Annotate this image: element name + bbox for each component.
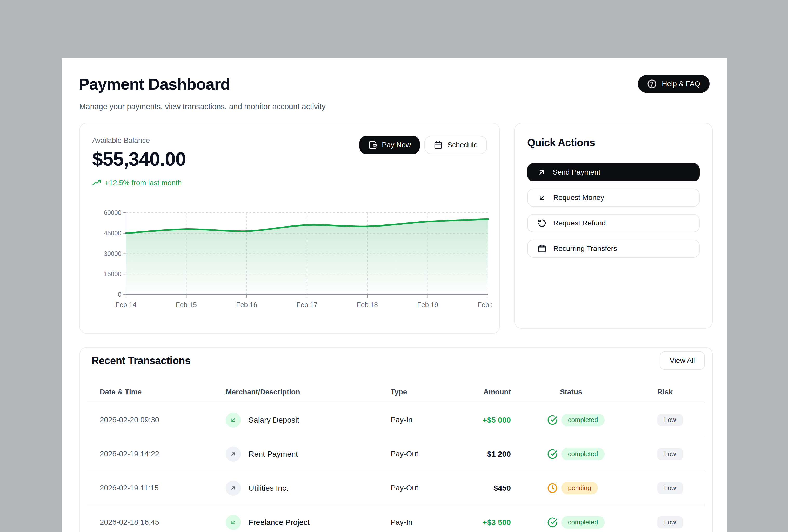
table-row[interactable]: 2026-02-19 11:15Utilities Inc.Pay-Out$45… [87, 471, 705, 505]
balance-card: Available Balance $55,340.00 +12.5% from… [79, 123, 500, 334]
pay-now-button[interactable]: Pay Now [359, 136, 420, 154]
status-badge: completed [561, 448, 605, 460]
col-header-date: Date & Time [87, 388, 226, 396]
transactions-table: Date & Time Merchant/Description Type Am… [87, 381, 705, 532]
quick-actions-list: Send PaymentRequest MoneyRequest RefundR… [527, 163, 700, 258]
balance-trend-label: +12.5% from last month [105, 179, 181, 187]
transaction-datetime: 2026-02-20 09:30 [87, 416, 226, 424]
schedule-label: Schedule [447, 141, 478, 149]
arrow-up-right-icon [226, 447, 241, 461]
view-all-button[interactable]: View All [660, 352, 705, 370]
arrow-down-left-icon [538, 193, 547, 202]
col-header-risk: Risk [657, 388, 705, 396]
balance-label: Available Balance [92, 136, 150, 145]
risk-badge: Low [657, 516, 683, 528]
rotate-ccw-icon [538, 219, 547, 228]
svg-text:Feb 14: Feb 14 [116, 301, 137, 309]
dashboard-page: Payment Dashboard Manage your payments, … [62, 58, 727, 532]
transaction-risk: Low [657, 414, 705, 426]
svg-text:Feb 19: Feb 19 [417, 301, 438, 309]
transaction-amount: +$5 000 [444, 416, 511, 425]
transactions-card: Recent Transactions View All Date & Time… [79, 347, 713, 532]
transaction-amount: +$3 500 [444, 518, 511, 527]
merchant-name: Utilities Inc. [249, 484, 288, 493]
risk-badge: Low [657, 414, 683, 426]
arrow-up-right-icon [537, 168, 546, 177]
col-header-type: Type [391, 388, 444, 396]
arrow-up-right-icon [226, 480, 241, 496]
check-circle-icon [547, 517, 558, 528]
svg-text:Feb 15: Feb 15 [176, 301, 197, 309]
pay-now-label: Pay Now [382, 141, 411, 149]
status-badge: completed [561, 414, 605, 426]
svg-text:15000: 15000 [104, 271, 121, 277]
balance-amount: $55,340.00 [92, 148, 186, 170]
quick-action-send-payment[interactable]: Send Payment [527, 163, 700, 181]
schedule-button[interactable]: Schedule [425, 136, 487, 154]
help-circle-icon [647, 79, 656, 88]
svg-text:0: 0 [118, 291, 121, 298]
transaction-risk: Low [657, 448, 705, 460]
transaction-type: Pay-Out [391, 484, 444, 492]
transaction-type: Pay-In [391, 518, 444, 527]
transaction-merchant: Freelance Project [226, 515, 391, 530]
transaction-type: Pay-Out [391, 450, 444, 458]
col-header-status: Status [511, 388, 657, 396]
transaction-merchant: Salary Deposit [226, 413, 391, 428]
svg-text:Feb 18: Feb 18 [357, 301, 378, 309]
quick-action-label: Request Refund [553, 219, 606, 227]
transaction-status: completed [511, 516, 657, 529]
balance-area-chart: 015000300004500060000Feb 14Feb 15Feb 16F… [92, 209, 492, 313]
quick-action-label: Send Payment [553, 168, 600, 176]
arrow-down-left-icon [226, 515, 241, 530]
page-title: Payment Dashboard [79, 75, 230, 93]
transactions-column-headers: Date & Time Merchant/Description Type Am… [87, 381, 705, 403]
transaction-datetime: 2026-02-18 16:45 [87, 518, 226, 527]
col-header-amount: Amount [444, 388, 511, 396]
svg-text:Feb 20: Feb 20 [478, 301, 492, 309]
quick-action-label: Recurring Transfers [553, 244, 617, 253]
svg-text:Feb 16: Feb 16 [236, 301, 257, 309]
balance-trend: +12.5% from last month [92, 178, 181, 187]
quick-action-request-refund[interactable]: Request Refund [527, 214, 700, 232]
merchant-name: Rent Payment [249, 450, 298, 458]
quick-action-label: Request Money [553, 194, 604, 202]
quick-actions-title: Quick Actions [527, 137, 595, 149]
transaction-risk: Low [657, 482, 705, 494]
quick-action-request-money[interactable]: Request Money [527, 189, 700, 207]
help-faq-label: Help & FAQ [662, 80, 700, 88]
status-badge: pending [561, 482, 598, 494]
help-faq-button[interactable]: Help & FAQ [638, 75, 710, 93]
transactions-title: Recent Transactions [87, 355, 191, 367]
transaction-amount: $450 [444, 484, 511, 493]
balance-actions: Pay Now Schedule [359, 136, 487, 154]
calendar-icon [434, 140, 442, 150]
table-row[interactable]: 2026-02-20 09:30Salary DepositPay-In+$5 … [87, 403, 705, 437]
merchant-name: Freelance Project [249, 518, 310, 527]
check-circle-icon [547, 415, 558, 425]
calendar-icon [538, 244, 547, 253]
svg-text:60000: 60000 [104, 209, 121, 216]
page-subtitle: Manage your payments, view transactions,… [79, 102, 326, 111]
transaction-merchant: Rent Payment [226, 447, 391, 461]
col-header-merchant: Merchant/Description [226, 388, 391, 396]
quick-actions-card: Quick Actions Send PaymentRequest MoneyR… [514, 123, 713, 329]
status-badge: completed [561, 516, 605, 529]
transaction-status: completed [511, 448, 657, 460]
transaction-type: Pay-In [391, 416, 444, 424]
merchant-name: Salary Deposit [249, 416, 299, 425]
transaction-amount: $1 200 [444, 450, 511, 458]
check-circle-icon [547, 449, 558, 459]
transaction-datetime: 2026-02-19 11:15 [87, 484, 226, 492]
trending-up-icon [92, 178, 101, 187]
svg-text:30000: 30000 [104, 250, 121, 257]
risk-badge: Low [657, 448, 683, 460]
transaction-status: completed [511, 414, 657, 426]
quick-action-recurring-transfers[interactable]: Recurring Transfers [527, 239, 700, 258]
table-row[interactable]: 2026-02-19 14:22Rent PaymentPay-Out$1 20… [87, 437, 705, 471]
clock-icon [547, 483, 558, 493]
wallet-icon [368, 140, 377, 150]
transaction-risk: Low [657, 516, 705, 528]
svg-text:45000: 45000 [104, 230, 121, 237]
table-row[interactable]: 2026-02-18 16:45Freelance ProjectPay-In+… [87, 505, 705, 532]
